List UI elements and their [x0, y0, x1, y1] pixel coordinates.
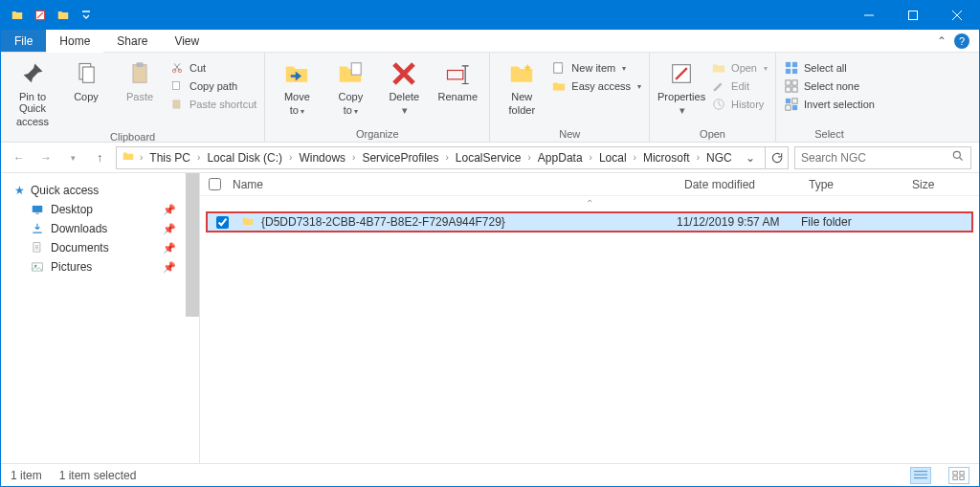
tab-view[interactable]: View [161, 30, 212, 52]
nav-desktop[interactable]: Desktop📌 [11, 200, 195, 219]
copy-button[interactable]: Copy [62, 56, 110, 104]
file-type: File folder [801, 215, 904, 229]
svg-rect-36 [960, 476, 964, 479]
svg-rect-24 [792, 105, 797, 110]
newfolder-qat-icon[interactable] [55, 7, 72, 24]
col-date[interactable]: Date modified [684, 178, 809, 191]
newitem-button[interactable]: New item▾ [551, 60, 641, 76]
help-icon[interactable]: ? [954, 33, 969, 49]
invertselection-button[interactable]: Invert selection [784, 97, 875, 112]
file-date: 11/12/2019 9:57 AM [677, 215, 801, 229]
folder-icon [121, 149, 136, 166]
col-size[interactable]: Size [912, 178, 979, 191]
ribbon-collapse-icon[interactable]: ⌃ [937, 34, 947, 48]
chevron-right-icon[interactable]: › [138, 152, 145, 163]
nav-quickaccess[interactable]: ★Quick access [11, 181, 195, 200]
open-button[interactable]: Open▾ [711, 60, 768, 76]
svg-rect-21 [786, 87, 791, 92]
svg-rect-33 [953, 471, 957, 475]
crumb-local[interactable]: Local [596, 151, 630, 165]
copypath-button[interactable]: Copy path [169, 78, 256, 94]
crumb-microsoft[interactable]: Microsoft [640, 151, 693, 165]
crumb-c[interactable]: Local Disk (C:) [204, 151, 285, 165]
recent-dropdown[interactable]: ▾ [62, 147, 83, 168]
crumb-localservice[interactable]: LocalService [453, 151, 524, 165]
paste-button[interactable]: Paste [116, 56, 164, 104]
cut-button[interactable]: Cut [169, 60, 256, 76]
crumb-appdata[interactable]: AppData [535, 151, 586, 165]
svg-rect-19 [786, 80, 791, 85]
file-row[interactable]: {D5DD7318-2CBB-4B77-B8E2-F729A944F729} 1… [206, 211, 973, 232]
qat-dropdown-icon[interactable] [78, 7, 95, 24]
status-selected: 1 item selected [59, 469, 137, 482]
col-name[interactable]: Name [229, 178, 684, 191]
ribbon-group-new: Newfolder New item▾ Easy access▾ New [490, 53, 650, 142]
column-headers: Name Date modified Type Size [200, 173, 979, 196]
minimize-button[interactable] [847, 1, 891, 30]
svg-rect-28 [33, 206, 43, 212]
svg-rect-22 [792, 87, 797, 92]
close-button[interactable] [935, 1, 979, 30]
col-checkbox[interactable] [200, 178, 229, 190]
svg-rect-10 [352, 63, 362, 76]
tab-share[interactable]: Share [103, 30, 161, 52]
refresh-button[interactable] [766, 146, 789, 169]
forward-button[interactable]: → [35, 147, 56, 168]
group-label-open: Open [657, 126, 768, 140]
properties-button[interactable]: Properties▾ [657, 56, 705, 118]
search-input[interactable] [801, 151, 951, 165]
crumb-windows[interactable]: Windows [296, 151, 348, 165]
nav-documents[interactable]: Documents📌 [11, 238, 195, 257]
moveto-button[interactable]: Moveto▾ [273, 56, 321, 120]
ribbon-group-open: Properties▾ Open▾ Edit History Open [650, 53, 776, 142]
svg-rect-9 [173, 100, 180, 108]
ribbon-group-select: Select all Select none Invert selection … [776, 53, 882, 142]
tab-home[interactable]: Home [46, 31, 103, 53]
tab-file[interactable]: File [1, 30, 46, 52]
status-bar: 1 item 1 item selected [1, 463, 979, 486]
pasteshortcut-button[interactable]: Paste shortcut [169, 97, 256, 112]
view-details-button[interactable] [910, 467, 931, 484]
svg-rect-5 [137, 62, 144, 67]
address-dropdown-icon[interactable]: ⌄ [740, 151, 761, 165]
view-largeicons-button[interactable] [948, 467, 969, 484]
ribbon: Pin to Quickaccess Copy Paste Cut Copy p… [1, 53, 979, 143]
search-icon[interactable] [951, 149, 965, 166]
svg-rect-29 [35, 213, 39, 214]
selectnone-button[interactable]: Select none [784, 78, 875, 94]
row-checkbox[interactable] [216, 216, 229, 229]
maximize-button[interactable] [891, 1, 935, 30]
easyaccess-button[interactable]: Easy access▾ [551, 78, 641, 94]
properties-qat-icon[interactable] [32, 7, 49, 24]
sort-indicator-icon: ⌃ [200, 196, 979, 209]
newfolder-button[interactable]: Newfolder [498, 56, 546, 118]
svg-rect-23 [786, 99, 791, 103]
nav-scrollbar[interactable] [186, 173, 199, 463]
pin-quickaccess-button[interactable]: Pin to Quickaccess [9, 56, 56, 129]
delete-button[interactable]: Delete▾ [380, 56, 428, 118]
svg-rect-15 [786, 62, 791, 67]
crumb-thispc[interactable]: This PC [146, 151, 193, 165]
pin-icon: 📌 [163, 261, 176, 274]
edit-button[interactable]: Edit [711, 78, 768, 94]
back-button[interactable]: ← [9, 147, 30, 168]
group-label-organize: Organize [273, 126, 481, 140]
breadcrumb[interactable]: › This PC› Local Disk (C:)› Windows› Ser… [116, 146, 766, 169]
group-label-select: Select [784, 126, 875, 140]
nav-pictures[interactable]: Pictures📌 [11, 257, 195, 277]
svg-rect-11 [448, 71, 463, 79]
search-box[interactable] [794, 146, 971, 169]
col-type[interactable]: Type [809, 178, 912, 191]
copyto-button[interactable]: Copyto▾ [326, 56, 374, 120]
file-list-pane: Name Date modified Type Size ⌃ {D5DD7318… [200, 173, 979, 463]
svg-rect-4 [133, 65, 146, 83]
crumb-ngc[interactable]: NGC [703, 151, 735, 165]
up-button[interactable]: ↑ [89, 147, 110, 168]
crumb-serviceprofiles[interactable]: ServiceProfiles [359, 151, 441, 165]
nav-downloads[interactable]: Downloads📌 [11, 219, 195, 238]
svg-rect-1 [909, 11, 918, 20]
selectall-button[interactable]: Select all [784, 60, 875, 76]
rename-button[interactable]: Rename [434, 56, 481, 104]
history-button[interactable]: History [711, 97, 768, 112]
svg-rect-35 [953, 476, 957, 479]
